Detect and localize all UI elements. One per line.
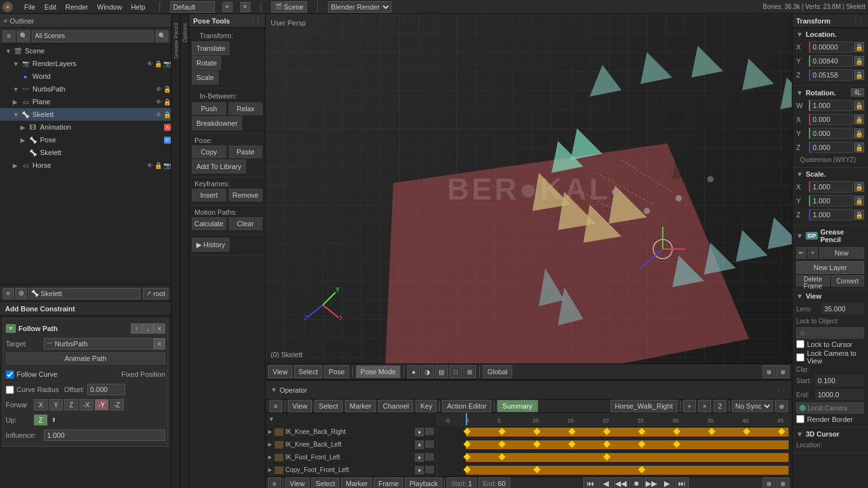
scale-x-lock[interactable]: 🔒 [854, 182, 864, 192]
render-icon2[interactable]: 📷 [163, 162, 171, 169]
history-btn[interactable]: ▶ History [192, 238, 229, 252]
tl-view-btn[interactable]: View [288, 400, 312, 412]
tree-pose[interactable]: ▶ 🦴 Pose P [0, 133, 171, 146]
viewport-3d[interactable]: BER●KAL X Y Z User Persp (0) Skelett [266, 14, 792, 363]
gp-delete-frame-btn[interactable]: Delete Frame [796, 275, 830, 287]
tree-nurbspath[interactable]: ▼ 〰 NurbsPath 👁 🔒 [0, 83, 171, 95]
lock-icon2[interactable]: 🔒 [163, 86, 171, 93]
menu-render[interactable]: Render [62, 2, 92, 12]
eye-icon[interactable]: 👁 [147, 60, 153, 67]
render-border-checkbox[interactable] [796, 415, 804, 423]
filter-btn[interactable]: 🔍 [156, 30, 168, 42]
vp-icon-btn2[interactable]: ◑ [421, 365, 434, 378]
ab-view-btn[interactable]: View [285, 477, 309, 488]
tl-summary-btn[interactable]: Summary [497, 400, 538, 412]
track-row-2[interactable]: ▶ IK_Knee_Back_Left ♦ [266, 438, 437, 451]
insert-btn[interactable]: Insert [192, 189, 226, 201]
track-row-1[interactable]: ▶ IK_Knee_Back_Right ♦ [266, 426, 437, 438]
tl-new-btn[interactable]: + [683, 400, 696, 412]
close-layout-btn[interactable]: × [240, 2, 250, 12]
influence-value[interactable]: 1.000 [44, 430, 165, 441]
fwd-y-btn[interactable]: Y [49, 399, 63, 410]
fwd-ny-btn[interactable]: -Y [95, 399, 109, 410]
rot-mode-btn[interactable]: 4L [851, 88, 864, 97]
tree-renderlayers[interactable]: ▼ 📷 RenderLayers 👁 🔒 📷 [0, 57, 171, 70]
vp-icon-btn3[interactable]: ▤ [435, 365, 448, 378]
scale-y-lock[interactable]: 🔒 [854, 196, 864, 206]
local-camera-field[interactable]: Local Camera [796, 402, 864, 414]
bone-selector[interactable]: 🦴 Skelett [28, 288, 140, 299]
loc-y-lock[interactable]: 🔒 [854, 56, 864, 66]
rot-w-val[interactable]: 1.000 [809, 100, 853, 111]
tl-sync-select[interactable]: No Sync [732, 400, 773, 412]
ab-icon1[interactable]: ⊕ [763, 477, 775, 488]
tree-world[interactable]: ● World [0, 70, 171, 83]
ab-start-field[interactable]: Start: 1 [447, 477, 477, 488]
loc-z-val[interactable]: 0.05158 [809, 69, 853, 81]
remove-btn[interactable]: Remove [229, 189, 263, 201]
lock-camera-checkbox[interactable] [796, 353, 804, 362]
scale-x-val[interactable]: 1.000 [809, 181, 853, 193]
ab-marker-btn[interactable]: Marker [341, 477, 372, 488]
vp-pose-btn[interactable]: Pose [324, 365, 349, 378]
lock-icon4[interactable]: 🔒 [163, 111, 171, 118]
rot-y-lock[interactable]: 🔒 [854, 128, 864, 139]
pb-jump-end[interactable]: ⏭ [675, 477, 689, 488]
tl-panel-btn[interactable]: ≡ [269, 400, 282, 412]
eye-icon2[interactable]: 👁 [156, 86, 162, 93]
tl-action-name[interactable]: Horse_Walk_Right [611, 400, 677, 412]
tree-skelett[interactable]: ▼ 🦴 Skelett 👁 🔒 [0, 108, 171, 121]
clip-end-val[interactable]: 1000.0 [815, 389, 864, 400]
follow-curve-check[interactable] [6, 370, 14, 379]
eye-icon3[interactable]: 👁 [156, 98, 162, 105]
breakdowner-btn[interactable]: Breakdowner [192, 116, 242, 130]
view-btn[interactable]: ≡ [3, 30, 15, 42]
add-library-btn[interactable]: Add To Library [192, 159, 246, 173]
tl-frame-num[interactable]: 2 [714, 400, 726, 412]
props-btn1[interactable]: ≡ [3, 288, 14, 299]
target-clear-btn[interactable]: × [154, 338, 165, 349]
rot-x-lock[interactable]: 🔒 [854, 114, 864, 125]
vp-right-btn2[interactable]: ⊗ [776, 365, 789, 378]
scale-y-val[interactable]: 1.000 [809, 195, 853, 207]
ab-select-btn[interactable]: Select [311, 477, 340, 488]
root-selector[interactable]: ↗ root [143, 288, 168, 299]
relax-btn[interactable]: Relax [229, 102, 263, 115]
tree-scene[interactable]: ▼ 🎬 Scene [0, 44, 171, 57]
timeline-tracks[interactable]: -5 0 5 10 15 20 25 30 35 40 45 50 55 60 [437, 413, 792, 477]
tree-plane[interactable]: ▶ ▭ Plane 👁 🔒 [0, 95, 171, 108]
ab-icon2[interactable]: ⊗ [776, 477, 789, 488]
loc-x-val[interactable]: 0.00000 [809, 41, 853, 53]
eye-icon5[interactable]: 👁 [147, 162, 153, 169]
offset-value[interactable]: 0.000 [87, 384, 125, 395]
tl-select-btn[interactable]: Select [315, 400, 343, 412]
eye-icon4[interactable]: 👁 [156, 111, 162, 118]
tl-action-editor-btn[interactable]: Action Editor [442, 400, 491, 412]
clip-start-val[interactable]: 0.100 [815, 375, 864, 386]
pb-play-back[interactable]: ◀◀ [614, 477, 628, 488]
curve-radius-check[interactable] [6, 386, 14, 394]
pb-jump-start[interactable]: ⏮ [583, 477, 597, 488]
pb-play[interactable]: ▶▶ [644, 477, 658, 488]
loc-x-lock[interactable]: 🔒 [854, 42, 864, 52]
track-mute-2[interactable]: ♦ [415, 440, 424, 449]
ab-end-field[interactable]: End: 60 [478, 477, 510, 488]
pb-stop[interactable]: ■ [629, 477, 643, 488]
push-btn[interactable]: Push [192, 102, 226, 115]
rot-w-lock[interactable]: 🔒 [854, 100, 864, 111]
target-value[interactable]: 〰 NurbsPath [44, 338, 154, 349]
tl-marker-btn[interactable]: Marker [345, 400, 376, 412]
gp-convert-btn[interactable]: Convert [831, 275, 865, 287]
tree-skelett2[interactable]: 🦴 Skelett [0, 146, 171, 159]
fwd-z-btn[interactable]: Z [64, 399, 78, 410]
fwd-x-btn[interactable]: X [34, 399, 48, 410]
vp-right-btn1[interactable]: ⊕ [763, 365, 775, 378]
pb-next-frame[interactable]: ▶ [660, 477, 674, 488]
constraint-up-btn[interactable]: ↑ [131, 323, 142, 334]
track-mute-1[interactable]: ♦ [415, 428, 424, 437]
track-row-4[interactable]: ▶ Copy_Foot_Front_Left ♦ [266, 464, 437, 477]
menu-file[interactable]: File [20, 2, 39, 12]
ab-frame-btn[interactable]: Frame [374, 477, 403, 488]
tl-key-btn[interactable]: Key [416, 400, 437, 412]
vp-global-btn[interactable]: Global [483, 365, 512, 378]
